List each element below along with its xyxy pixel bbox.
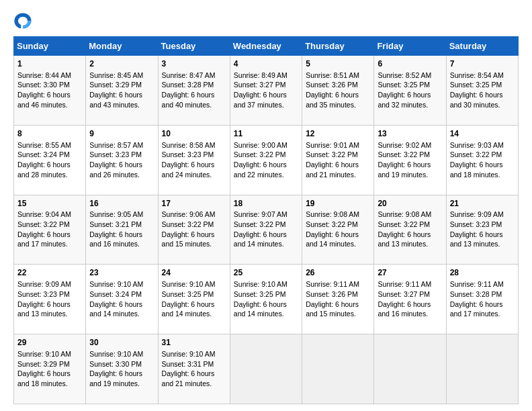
day-number: 4: [234, 58, 298, 70]
day-info: Sunrise: 8:47 AM Sunset: 3:28 PM Dayligh…: [162, 71, 216, 109]
col-header-saturday: Saturday: [446, 37, 518, 56]
day-info: Sunrise: 9:08 AM Sunset: 3:22 PM Dayligh…: [306, 210, 359, 248]
day-number: 30: [89, 337, 154, 349]
day-number: 10: [162, 128, 226, 140]
day-number: 29: [17, 337, 82, 349]
day-number: 31: [162, 337, 226, 349]
calendar-header-row: SundayMondayTuesdayWednesdayThursdayFrid…: [14, 37, 519, 56]
day-cell: 31Sunrise: 9:10 AM Sunset: 3:31 PM Dayli…: [158, 334, 230, 404]
header: [13, 11, 519, 30]
day-info: Sunrise: 9:03 AM Sunset: 3:22 PM Dayligh…: [450, 141, 504, 179]
logo-icon: [13, 11, 32, 30]
page: SundayMondayTuesdayWednesdayThursdayFrid…: [0, 0, 532, 411]
day-cell: 27Sunrise: 9:11 AM Sunset: 3:27 PM Dayli…: [374, 265, 446, 334]
day-cell: 6Sunrise: 8:52 AM Sunset: 3:25 PM Daylig…: [374, 56, 446, 126]
day-cell: 11Sunrise: 9:00 AM Sunset: 3:22 PM Dayli…: [230, 125, 302, 195]
day-info: Sunrise: 9:10 AM Sunset: 3:24 PM Dayligh…: [89, 280, 143, 318]
col-header-friday: Friday: [374, 37, 446, 56]
day-info: Sunrise: 9:11 AM Sunset: 3:26 PM Dayligh…: [306, 280, 359, 318]
day-info: Sunrise: 9:10 AM Sunset: 3:25 PM Dayligh…: [234, 280, 287, 318]
day-cell: 12Sunrise: 9:01 AM Sunset: 3:22 PM Dayli…: [302, 125, 374, 195]
day-cell: 10Sunrise: 8:58 AM Sunset: 3:23 PM Dayli…: [158, 125, 230, 195]
day-number: 17: [162, 198, 226, 210]
day-number: 7: [450, 58, 515, 70]
day-info: Sunrise: 8:51 AM Sunset: 3:26 PM Dayligh…: [306, 71, 359, 109]
day-cell: [302, 334, 374, 404]
col-header-thursday: Thursday: [302, 37, 374, 56]
day-cell: [230, 334, 302, 404]
day-info: Sunrise: 9:10 AM Sunset: 3:29 PM Dayligh…: [17, 350, 71, 387]
day-info: Sunrise: 8:55 AM Sunset: 3:24 PM Dayligh…: [17, 141, 71, 179]
day-info: Sunrise: 9:04 AM Sunset: 3:22 PM Dayligh…: [17, 210, 71, 248]
day-cell: 1Sunrise: 8:44 AM Sunset: 3:30 PM Daylig…: [14, 56, 86, 126]
day-cell: 24Sunrise: 9:10 AM Sunset: 3:25 PM Dayli…: [158, 265, 230, 334]
day-cell: 19Sunrise: 9:08 AM Sunset: 3:22 PM Dayli…: [302, 195, 374, 265]
day-number: 25: [234, 267, 298, 279]
day-info: Sunrise: 8:52 AM Sunset: 3:25 PM Dayligh…: [378, 71, 431, 109]
day-cell: 8Sunrise: 8:55 AM Sunset: 3:24 PM Daylig…: [14, 125, 86, 195]
day-info: Sunrise: 9:00 AM Sunset: 3:22 PM Dayligh…: [234, 141, 287, 179]
day-cell: 17Sunrise: 9:06 AM Sunset: 3:22 PM Dayli…: [158, 195, 230, 265]
day-cell: 15Sunrise: 9:04 AM Sunset: 3:22 PM Dayli…: [14, 195, 86, 265]
day-info: Sunrise: 8:58 AM Sunset: 3:23 PM Dayligh…: [162, 141, 216, 179]
day-number: 16: [89, 198, 154, 210]
day-cell: 14Sunrise: 9:03 AM Sunset: 3:22 PM Dayli…: [446, 125, 518, 195]
day-number: 22: [17, 267, 82, 279]
day-cell: 20Sunrise: 9:08 AM Sunset: 3:22 PM Dayli…: [374, 195, 446, 265]
day-number: 3: [162, 58, 226, 70]
day-number: 28: [450, 267, 515, 279]
day-number: 19: [306, 198, 370, 210]
day-number: 11: [234, 128, 298, 140]
day-info: Sunrise: 9:01 AM Sunset: 3:22 PM Dayligh…: [306, 141, 359, 179]
day-number: 26: [306, 267, 370, 279]
day-number: 12: [306, 128, 370, 140]
col-header-sunday: Sunday: [14, 37, 86, 56]
day-cell: 5Sunrise: 8:51 AM Sunset: 3:26 PM Daylig…: [302, 56, 374, 126]
day-info: Sunrise: 8:49 AM Sunset: 3:27 PM Dayligh…: [234, 71, 287, 109]
day-cell: 9Sunrise: 8:57 AM Sunset: 3:23 PM Daylig…: [86, 125, 158, 195]
day-number: 27: [378, 267, 442, 279]
day-number: 23: [89, 267, 154, 279]
day-number: 1: [17, 58, 82, 70]
col-header-monday: Monday: [86, 37, 158, 56]
day-cell: 4Sunrise: 8:49 AM Sunset: 3:27 PM Daylig…: [230, 56, 302, 126]
day-cell: 13Sunrise: 9:02 AM Sunset: 3:22 PM Dayli…: [374, 125, 446, 195]
day-info: Sunrise: 9:09 AM Sunset: 3:23 PM Dayligh…: [450, 210, 504, 248]
day-info: Sunrise: 8:54 AM Sunset: 3:25 PM Dayligh…: [450, 71, 504, 109]
day-info: Sunrise: 9:02 AM Sunset: 3:22 PM Dayligh…: [378, 141, 431, 179]
week-row-3: 15Sunrise: 9:04 AM Sunset: 3:22 PM Dayli…: [14, 195, 519, 265]
day-cell: 3Sunrise: 8:47 AM Sunset: 3:28 PM Daylig…: [158, 56, 230, 126]
calendar-table: SundayMondayTuesdayWednesdayThursdayFrid…: [13, 36, 519, 404]
day-cell: [374, 334, 446, 404]
day-number: 9: [89, 128, 154, 140]
day-info: Sunrise: 8:45 AM Sunset: 3:29 PM Dayligh…: [89, 71, 143, 109]
day-info: Sunrise: 9:05 AM Sunset: 3:21 PM Dayligh…: [89, 210, 143, 248]
day-cell: 28Sunrise: 9:11 AM Sunset: 3:28 PM Dayli…: [446, 265, 518, 334]
week-row-5: 29Sunrise: 9:10 AM Sunset: 3:29 PM Dayli…: [14, 334, 519, 404]
day-number: 24: [162, 267, 226, 279]
day-info: Sunrise: 9:09 AM Sunset: 3:23 PM Dayligh…: [17, 280, 71, 318]
day-number: 6: [378, 58, 442, 70]
day-number: 5: [306, 58, 370, 70]
day-info: Sunrise: 9:08 AM Sunset: 3:22 PM Dayligh…: [378, 210, 431, 248]
day-cell: 7Sunrise: 8:54 AM Sunset: 3:25 PM Daylig…: [446, 56, 518, 126]
day-info: Sunrise: 9:10 AM Sunset: 3:25 PM Dayligh…: [162, 280, 216, 318]
day-cell: 18Sunrise: 9:07 AM Sunset: 3:22 PM Dayli…: [230, 195, 302, 265]
day-cell: 22Sunrise: 9:09 AM Sunset: 3:23 PM Dayli…: [14, 265, 86, 334]
day-number: 8: [17, 128, 82, 140]
day-number: 2: [89, 58, 154, 70]
day-info: Sunrise: 9:06 AM Sunset: 3:22 PM Dayligh…: [162, 210, 216, 248]
day-cell: 30Sunrise: 9:10 AM Sunset: 3:30 PM Dayli…: [86, 334, 158, 404]
day-cell: 26Sunrise: 9:11 AM Sunset: 3:26 PM Dayli…: [302, 265, 374, 334]
day-info: Sunrise: 9:07 AM Sunset: 3:22 PM Dayligh…: [234, 210, 287, 248]
day-cell: 29Sunrise: 9:10 AM Sunset: 3:29 PM Dayli…: [14, 334, 86, 404]
day-cell: 25Sunrise: 9:10 AM Sunset: 3:25 PM Dayli…: [230, 265, 302, 334]
day-cell: 21Sunrise: 9:09 AM Sunset: 3:23 PM Dayli…: [446, 195, 518, 265]
day-info: Sunrise: 8:44 AM Sunset: 3:30 PM Dayligh…: [17, 71, 71, 109]
day-cell: 2Sunrise: 8:45 AM Sunset: 3:29 PM Daylig…: [86, 56, 158, 126]
day-info: Sunrise: 9:11 AM Sunset: 3:27 PM Dayligh…: [378, 280, 431, 318]
day-cell: 23Sunrise: 9:10 AM Sunset: 3:24 PM Dayli…: [86, 265, 158, 334]
day-cell: 16Sunrise: 9:05 AM Sunset: 3:21 PM Dayli…: [86, 195, 158, 265]
day-number: 18: [234, 198, 298, 210]
col-header-wednesday: Wednesday: [230, 37, 302, 56]
